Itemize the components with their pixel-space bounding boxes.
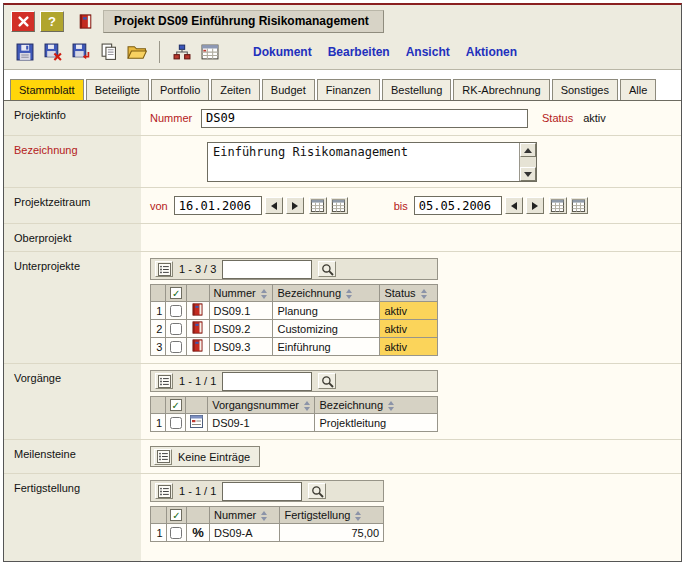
sort-icon[interactable] bbox=[304, 401, 310, 411]
sort-icon[interactable] bbox=[261, 511, 267, 521]
scrollbar[interactable] bbox=[519, 143, 536, 181]
col-header-status[interactable]: Status bbox=[380, 285, 438, 302]
row-checkbox[interactable] bbox=[170, 341, 182, 353]
row-label: Fertigstellung bbox=[4, 474, 141, 561]
list-menu-button[interactable] bbox=[155, 373, 173, 389]
menu-bearbeiten[interactable]: Bearbeiten bbox=[328, 45, 390, 59]
tab-stammblatt[interactable]: Stammblatt bbox=[10, 79, 84, 100]
arrow-down-icon bbox=[524, 172, 532, 177]
tab-budget[interactable]: Budget bbox=[262, 79, 315, 100]
row-checkbox[interactable] bbox=[170, 323, 182, 335]
row-projektzeitraum: Projektzeitraum von bis bbox=[4, 188, 681, 224]
list-menu-button[interactable] bbox=[155, 261, 173, 277]
sort-icon[interactable] bbox=[261, 289, 267, 299]
status-value: aktiv bbox=[583, 112, 606, 124]
vorgaenge-widget: 1 - 1 / 1 ✓ Vorgangsnummer Be bbox=[150, 370, 438, 432]
sort-icon[interactable] bbox=[346, 289, 352, 299]
von-calendar-month-button[interactable] bbox=[330, 197, 348, 214]
col-header-bezeichnung[interactable]: Bezeichnung bbox=[315, 397, 438, 414]
structure-button[interactable] bbox=[169, 40, 195, 64]
list-menu-button[interactable] bbox=[154, 449, 172, 465]
col-header-nummer[interactable]: Nummer bbox=[210, 507, 280, 524]
menu-dokument[interactable]: Dokument bbox=[253, 45, 312, 59]
scroll-down-button[interactable] bbox=[520, 167, 536, 181]
table-row[interactable]: 1 DS09-1 Projektleitung bbox=[151, 414, 438, 432]
select-all-checkbox[interactable]: ✓ bbox=[170, 287, 182, 299]
status-cell: aktiv bbox=[380, 302, 438, 320]
list-menu-button[interactable] bbox=[155, 483, 173, 499]
copy-icon bbox=[100, 43, 118, 61]
tab-sonstiges[interactable]: Sonstiges bbox=[552, 79, 618, 100]
sort-icon[interactable] bbox=[355, 511, 361, 521]
percent-icon: % bbox=[192, 525, 204, 540]
tab-finanzen[interactable]: Finanzen bbox=[317, 79, 380, 100]
save-close-button[interactable] bbox=[40, 40, 66, 64]
empty-list-text: Keine Einträge bbox=[178, 451, 250, 463]
help-button[interactable]: ? bbox=[40, 11, 64, 32]
row-projektinfo: Projektinfo Nummer Status aktiv bbox=[4, 101, 681, 136]
col-header-fertigstellung[interactable]: Fertigstellung bbox=[280, 507, 384, 524]
sort-icon[interactable] bbox=[388, 401, 394, 411]
calendar-icon bbox=[572, 199, 585, 212]
copy-button[interactable] bbox=[96, 40, 122, 64]
tab-portfolio[interactable]: Portfolio bbox=[151, 79, 209, 100]
pager-text: 1 - 1 / 1 bbox=[179, 485, 216, 497]
save-as-button[interactable] bbox=[68, 40, 94, 64]
bis-date-input[interactable] bbox=[414, 196, 502, 215]
von-next-button[interactable] bbox=[286, 197, 304, 214]
col-header-vorgangsnummer[interactable]: Vorgangsnummer bbox=[208, 397, 315, 414]
bis-calendar-day-button[interactable] bbox=[549, 197, 567, 214]
bis-calendar-month-button[interactable] bbox=[570, 197, 588, 214]
table-row[interactable]: 3 DS09.3 Einführung aktiv bbox=[151, 338, 438, 356]
search-input[interactable] bbox=[222, 482, 302, 501]
report-button[interactable] bbox=[197, 40, 223, 64]
tab-rk-abrechnung[interactable]: RK-Abrechnung bbox=[453, 79, 549, 100]
row-checkbox[interactable] bbox=[170, 527, 182, 539]
calendar-icon bbox=[551, 199, 564, 212]
search-input[interactable] bbox=[222, 372, 312, 391]
table-row[interactable]: 1 % DS09-A 75,00 bbox=[151, 524, 384, 542]
search-input[interactable] bbox=[222, 260, 312, 279]
tab-beteiligte[interactable]: Beteiligte bbox=[86, 79, 149, 100]
bis-next-button[interactable] bbox=[526, 197, 544, 214]
row-label: Unterprojekte bbox=[4, 252, 141, 363]
meilensteine-control[interactable]: Keine Einträge bbox=[150, 446, 260, 467]
col-header-bezeichnung[interactable]: Bezeichnung bbox=[273, 285, 380, 302]
menu-ansicht[interactable]: Ansicht bbox=[406, 45, 450, 59]
toolbar: Dokument Bearbeiten Ansicht Aktionen bbox=[4, 37, 681, 70]
scroll-up-button[interactable] bbox=[520, 143, 536, 157]
search-button[interactable] bbox=[318, 261, 336, 277]
task-icon bbox=[190, 415, 203, 428]
row-meilensteine: Meilensteine Keine Einträge bbox=[4, 440, 681, 474]
project-icon bbox=[192, 339, 203, 352]
bis-label: bis bbox=[394, 200, 408, 212]
row-checkbox[interactable] bbox=[170, 417, 182, 429]
von-calendar-day-button[interactable] bbox=[309, 197, 327, 214]
menu-aktionen[interactable]: Aktionen bbox=[466, 45, 517, 59]
list-icon bbox=[158, 263, 171, 276]
von-label: von bbox=[150, 200, 168, 212]
col-header-nummer[interactable]: Nummer bbox=[209, 285, 273, 302]
tab-bestellung[interactable]: Bestellung bbox=[382, 79, 451, 100]
table-header-row: ✓ Nummer Fertigstellung bbox=[151, 507, 384, 524]
row-checkbox[interactable] bbox=[170, 305, 182, 317]
tab-alle[interactable]: Alle bbox=[620, 79, 656, 100]
von-prev-button[interactable] bbox=[265, 197, 283, 214]
search-button[interactable] bbox=[318, 373, 336, 389]
search-button[interactable] bbox=[308, 483, 326, 499]
row-label: Bezeichnung bbox=[4, 136, 141, 187]
table-row[interactable]: 1 DS09.1 Planung aktiv bbox=[151, 302, 438, 320]
close-button[interactable] bbox=[11, 11, 35, 32]
tab-zeiten[interactable]: Zeiten bbox=[211, 79, 260, 100]
bezeichnung-textarea[interactable]: Einführung Risikomanagement bbox=[207, 142, 537, 182]
sort-icon[interactable] bbox=[421, 289, 427, 299]
open-button[interactable] bbox=[124, 40, 150, 64]
select-all-checkbox[interactable]: ✓ bbox=[170, 509, 182, 521]
von-date-input[interactable] bbox=[174, 196, 262, 215]
nummer-input[interactable] bbox=[201, 109, 528, 128]
save-close-icon bbox=[44, 43, 62, 61]
select-all-checkbox[interactable]: ✓ bbox=[170, 399, 182, 411]
save-button[interactable] bbox=[12, 40, 38, 64]
table-row[interactable]: 2 DS09.2 Customizing aktiv bbox=[151, 320, 438, 338]
bis-prev-button[interactable] bbox=[505, 197, 523, 214]
